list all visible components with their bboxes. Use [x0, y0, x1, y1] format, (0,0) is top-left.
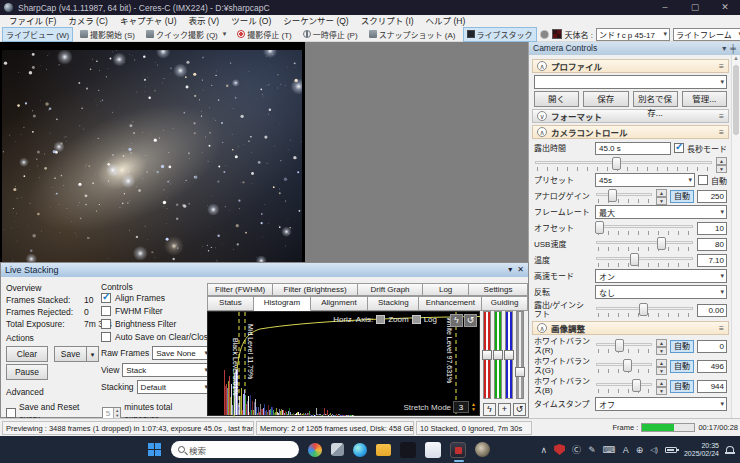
frame-type-select[interactable]: ライトフレーム▾: [673, 28, 740, 41]
camera-control-section-header[interactable]: ∧ カメラコントロール ≡: [532, 125, 729, 139]
reset-levels-icon[interactable]: ↺: [513, 403, 526, 416]
start-button[interactable]: [148, 443, 162, 457]
exposure-slider[interactable]: [534, 157, 713, 171]
notification-bell-icon[interactable]: [726, 446, 734, 454]
wb-r-auto-button[interactable]: 自動: [670, 340, 694, 353]
profile-save-button[interactable]: 保存: [583, 91, 628, 107]
file-explorer-icon[interactable]: [376, 444, 391, 456]
offset-slider[interactable]: [595, 221, 694, 235]
exposure-gain-shift-value[interactable]: 0.00: [697, 304, 727, 317]
wb-g-spinner[interactable]: ▲▼: [656, 359, 667, 373]
exposure-spinner[interactable]: ▲▼: [716, 157, 727, 171]
image-adjust-section-header[interactable]: ∧ 画像調整 ≡: [532, 321, 729, 335]
preset-auto-checkbox[interactable]: [698, 175, 708, 185]
raw-frames-select[interactable]: Save None▾: [152, 346, 209, 360]
maximize-icon[interactable]: ▢: [680, 0, 710, 15]
wb-b-value[interactable]: 944: [697, 380, 727, 393]
tab-enhancement[interactable]: Enhancement: [419, 296, 482, 311]
antivirus-shield-icon[interactable]: [554, 444, 565, 455]
save-button[interactable]: Save: [54, 346, 86, 362]
search-input[interactable]: 検索: [171, 441, 299, 458]
stretch-mode-value[interactable]: 3: [453, 401, 469, 413]
auto-save-checkbox[interactable]: [101, 332, 111, 342]
tab-filter-brightness[interactable]: Filter (Brightness): [273, 283, 358, 296]
horiz-zoom-checkbox[interactable]: [376, 315, 385, 324]
save-dropdown-button[interactable]: ▾: [86, 346, 99, 362]
minimize-icon[interactable]: –: [650, 0, 680, 15]
planetarium-icon[interactable]: [475, 442, 490, 457]
pen-icon[interactable]: ✎: [588, 445, 596, 455]
live-stack-button[interactable]: ライブスタック: [463, 27, 537, 42]
menu-script[interactable]: スクリプト (I): [355, 15, 420, 27]
menu-grip-icon[interactable]: ≡: [719, 111, 724, 121]
task-view-icon[interactable]: [331, 443, 344, 456]
flip-select[interactable]: なし▾: [595, 285, 727, 299]
gain-spinner[interactable]: ▲▼: [656, 189, 667, 203]
save-reset-checkbox[interactable]: [6, 408, 16, 418]
tab-filter-fwhm[interactable]: Filter (FWHM): [207, 283, 273, 296]
edge-icon[interactable]: [353, 443, 367, 457]
tab-status[interactable]: Status: [207, 296, 254, 311]
profile-select[interactable]: ▾: [534, 75, 727, 89]
profile-open-button[interactable]: 開く: [534, 91, 579, 107]
copilot-icon[interactable]: [308, 443, 322, 457]
reset-stretch-icon[interactable]: ↺: [464, 314, 477, 327]
menu-sequencer[interactable]: シーケンサー (Q): [277, 15, 354, 27]
quick-capture-button[interactable]: クイック撮影 (Q)▾: [142, 27, 230, 42]
green-channel-slider[interactable]: [494, 311, 502, 399]
scroll-up-icon[interactable]: ▲: [733, 55, 739, 61]
menu-grip-icon[interactable]: ≡: [719, 127, 724, 137]
align-frames-checkbox[interactable]: [101, 293, 111, 303]
exposure-gain-shift-slider[interactable]: [595, 303, 694, 317]
wb-b-auto-button[interactable]: 自動: [670, 380, 694, 393]
gain-slider[interactable]: [595, 189, 653, 203]
menu-view[interactable]: 表示 (V): [182, 15, 225, 27]
collapse-icon[interactable]: ∧: [537, 61, 547, 71]
offset-value[interactable]: 10: [697, 222, 727, 235]
tab-alignment[interactable]: Alignment: [311, 296, 368, 311]
pause-button[interactable]: 一時停止 (P): [299, 27, 362, 42]
stretch-mode-spinner[interactable]: ▲▼: [471, 402, 476, 412]
temperature-slider[interactable]: [595, 253, 694, 267]
view-select[interactable]: Stack▾: [122, 363, 209, 377]
capture-app-icon[interactable]: [400, 442, 416, 458]
luminance-slider[interactable]: [516, 311, 524, 399]
timestamp-select[interactable]: オフ▾: [595, 397, 727, 411]
tab-stacking[interactable]: Stacking: [368, 296, 419, 311]
network-icon[interactable]: ⊕: [636, 445, 644, 455]
close-icon[interactable]: ✕: [517, 263, 524, 277]
battery-icon[interactable]: [665, 447, 677, 453]
gain-value[interactable]: 250: [697, 190, 727, 203]
wb-r-spinner[interactable]: ▲▼: [656, 339, 667, 353]
fwhm-filter-checkbox[interactable]: [101, 306, 111, 316]
tab-drift-graph[interactable]: Drift Graph: [358, 283, 423, 296]
red-channel-slider[interactable]: [483, 311, 491, 399]
store-icon[interactable]: [425, 442, 441, 458]
panel-scrollbar[interactable]: ▲: [731, 55, 740, 418]
pause-stacking-button[interactable]: Pause: [6, 364, 48, 380]
tray-app-icon[interactable]: Ⓒ: [572, 443, 581, 456]
target-name-select[interactable]: ンド f c p 45-17▾: [596, 28, 670, 41]
menu-camera[interactable]: カメラ (C): [62, 15, 114, 27]
format-section-header[interactable]: ∨ フォーマット ≡: [532, 109, 729, 123]
framerate-select[interactable]: 最大▾: [595, 205, 727, 219]
expand-levels-icon[interactable]: +: [498, 403, 511, 416]
menu-tools[interactable]: ツール (O): [225, 15, 277, 27]
tab-log[interactable]: Log: [423, 283, 469, 296]
blue-channel-slider[interactable]: [505, 311, 513, 399]
exposure-input[interactable]: 45.0 s: [595, 142, 671, 155]
snapshot-button[interactable]: スナップショット (A): [365, 27, 460, 42]
capture-stop-button[interactable]: 撮影停止 (T): [233, 27, 295, 42]
close-icon[interactable]: ✕: [710, 0, 740, 15]
highspeed-select[interactable]: オン▾: [595, 269, 727, 283]
pin-icon[interactable]: ╪: [730, 42, 736, 55]
horiz-log-checkbox[interactable]: [412, 315, 421, 324]
menu-grip-icon[interactable]: ≡: [719, 61, 724, 71]
preset-select[interactable]: 45s▾: [595, 173, 695, 187]
auto-stretch-icon[interactable]: ϟ: [450, 314, 463, 327]
ime-mode-icon[interactable]: A: [623, 445, 629, 455]
tab-settings[interactable]: Settings: [469, 283, 528, 296]
expand-icon[interactable]: ∨: [537, 111, 547, 121]
live-stacking-header[interactable]: Live Stacking ▾✕: [1, 263, 528, 277]
tab-histogram[interactable]: Histogram: [254, 296, 311, 311]
